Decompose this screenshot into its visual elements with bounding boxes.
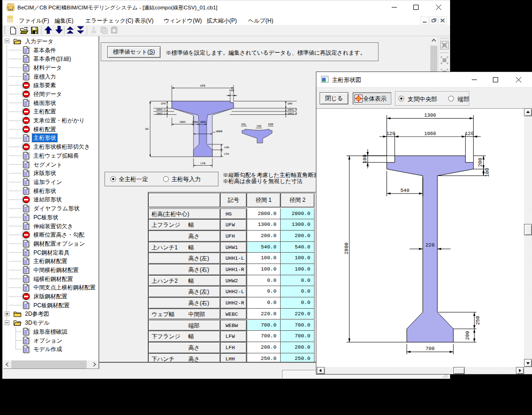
svg-text:UHH1-L: UHH1-L: [156, 108, 166, 112]
svg-text:WEBC: WEBC: [200, 120, 207, 124]
svg-text:CB: CB: [9, 17, 12, 19]
svg-text:1060: 1060: [424, 131, 436, 136]
svg-text:UHW2: UHW2: [192, 120, 198, 124]
svg-text:1300: 1300: [424, 112, 436, 118]
svg-text:100: 100: [484, 168, 490, 177]
svg-text:200: 200: [477, 158, 483, 167]
svg-text:2800: 2800: [344, 242, 349, 254]
svg-text:UHH2-L: UHH2-L: [156, 112, 166, 115]
svg-text:UHH1-R: UHH1-R: [288, 108, 298, 112]
svg-text:KSL: KSL: [242, 123, 247, 126]
svg-text:700: 700: [426, 346, 435, 351]
svg-text:120: 120: [387, 131, 395, 136]
svg-text:UHH2-R: UHH2-R: [288, 112, 298, 115]
svg-text:WEBB: WEBB: [216, 130, 223, 133]
svg-text:120: 120: [465, 131, 474, 136]
svg-text:LFH: LFH: [224, 152, 229, 156]
svg-text:200: 200: [465, 331, 470, 340]
svg-text:YSP: YSP: [257, 125, 262, 128]
svg-text:UHW1: UHW1: [179, 120, 186, 124]
svg-text:250: 250: [475, 316, 481, 325]
svg-text:UFH: UFH: [161, 102, 166, 105]
svg-text:UHH: UHH: [288, 102, 292, 105]
svg-text:CB: CB: [9, 7, 12, 9]
svg-text:HG: HG: [145, 128, 149, 131]
svg-text:UFB: UFB: [200, 84, 205, 88]
svg-text:UHB: UHB: [229, 89, 234, 92]
svg-text:220: 220: [426, 242, 435, 248]
svg-text:LFB: LFB: [201, 162, 206, 165]
svg-text:KSR: KSR: [268, 123, 274, 126]
svg-text:540: 540: [401, 188, 410, 193]
svg-text:LHH: LHH: [224, 146, 229, 149]
